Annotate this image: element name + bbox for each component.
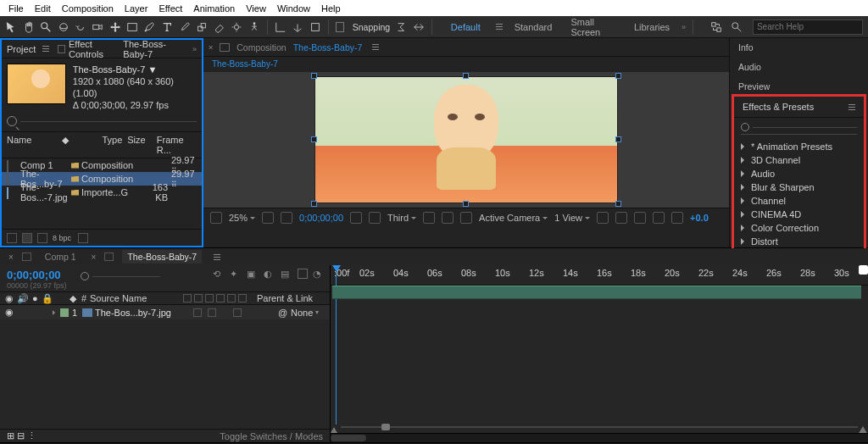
- rect-tool-icon[interactable]: [126, 19, 138, 35]
- viewer[interactable]: [203, 72, 729, 208]
- zoom-out-icon[interactable]: [331, 424, 337, 433]
- tab-project[interactable]: Project: [7, 44, 49, 54]
- motion-blur-icon[interactable]: ◐: [264, 269, 275, 280]
- parent-link-header[interactable]: Parent & Link: [257, 293, 313, 303]
- pixel-aspect-icon[interactable]: [597, 212, 609, 224]
- menu-help[interactable]: Help: [316, 2, 346, 15]
- pan-behind-tool-icon[interactable]: [109, 19, 121, 35]
- col-name[interactable]: Name: [7, 135, 62, 155]
- layer-switches[interactable]: [193, 308, 273, 317]
- zoom-slider[interactable]: [331, 424, 868, 430]
- effects-category[interactable]: Blur & Sharpen: [734, 180, 864, 194]
- panel-audio[interactable]: Audio: [730, 58, 868, 77]
- effects-search-input[interactable]: [753, 127, 857, 128]
- playhead-icon[interactable]: [332, 265, 341, 276]
- time-ruler[interactable]: :00f 02s04s06s08s10s12s14s16s18s20s22s24…: [331, 265, 868, 286]
- panel-overflow-icon[interactable]: ×: [209, 43, 213, 52]
- col-framerate[interactable]: Frame R...: [157, 135, 197, 155]
- pen-tool-icon[interactable]: [144, 19, 156, 35]
- views-dropdown[interactable]: 1 View: [554, 213, 590, 223]
- show-snapshot-icon[interactable]: [369, 212, 381, 224]
- workspace-standard[interactable]: Standard: [508, 20, 559, 34]
- twirl-arrow-icon[interactable]: [53, 310, 58, 315]
- world-axis-icon[interactable]: [292, 19, 303, 35]
- track-area[interactable]: [331, 286, 868, 433]
- snapshot-icon[interactable]: [350, 212, 362, 224]
- audio-toggle-icon[interactable]: 🔊: [17, 293, 29, 304]
- label-col-icon[interactable]: ◆: [70, 293, 76, 304]
- menu-edit[interactable]: Edit: [30, 2, 56, 15]
- effects-category[interactable]: Audio: [734, 167, 864, 180]
- snapping-checkbox[interactable]: [336, 22, 344, 32]
- effects-category[interactable]: 3D Channel: [734, 153, 864, 167]
- menu-view[interactable]: View: [241, 2, 271, 15]
- project-search-input[interactable]: [20, 121, 197, 122]
- tab-composition[interactable]: Composition: [236, 42, 286, 53]
- switches-header[interactable]: [183, 294, 247, 302]
- asset-thumbnail[interactable]: [7, 64, 66, 104]
- close-tab-icon[interactable]: ×: [92, 253, 97, 262]
- current-time[interactable]: 0;00;00;00: [299, 213, 343, 223]
- effects-category[interactable]: * Animation Presets: [734, 140, 864, 153]
- comp-icon[interactable]: [104, 253, 114, 261]
- menu-layer[interactable]: Layer: [120, 2, 153, 15]
- panel-info[interactable]: Info: [730, 38, 868, 58]
- col-size[interactable]: Size: [122, 135, 157, 155]
- effects-presets-title[interactable]: Effects & Presets: [743, 102, 814, 112]
- workspace-overflow-icon[interactable]: »: [682, 23, 686, 31]
- orbit-tool-icon[interactable]: [57, 19, 69, 35]
- rotation-tool-icon[interactable]: [75, 19, 86, 35]
- tab-bossbaby[interactable]: The-Boss-Baby-7: [122, 250, 202, 264]
- asset-name[interactable]: The-Boss-Baby-7 ▼: [73, 64, 197, 75]
- horizontal-scrollbar[interactable]: [331, 433, 868, 442]
- res-full-icon[interactable]: [281, 212, 292, 224]
- magnification-dropdown[interactable]: 25%: [229, 213, 255, 223]
- flowchart-icon[interactable]: [653, 212, 665, 224]
- lock-toggle-icon[interactable]: 🔒: [42, 293, 53, 304]
- interpret-footage-icon[interactable]: [7, 233, 17, 243]
- sync-icon[interactable]: [709, 19, 724, 35]
- zoom-tool-icon[interactable]: [40, 19, 52, 35]
- graph-editor-icon[interactable]: ▤: [281, 269, 292, 280]
- puppet-tool-icon[interactable]: [248, 19, 259, 35]
- preview-frame[interactable]: [314, 76, 618, 203]
- roto-tool-icon[interactable]: [231, 19, 242, 35]
- video-toggle-icon[interactable]: ◉: [5, 293, 14, 304]
- transparency-grid-icon[interactable]: [442, 212, 453, 224]
- render-time-icon[interactable]: ◔: [313, 269, 325, 280]
- menu-animation[interactable]: Animation: [188, 2, 240, 15]
- reset-exposure-icon[interactable]: [671, 212, 683, 224]
- effects-category[interactable]: Channel: [734, 194, 864, 208]
- solo-toggle-icon[interactable]: ●: [32, 293, 38, 304]
- close-tab-icon[interactable]: ×: [8, 253, 14, 262]
- toggle-switches-button[interactable]: Toggle Switches / Modes: [220, 431, 323, 441]
- source-name-header[interactable]: Source Name: [90, 293, 183, 303]
- mask-icon[interactable]: [460, 212, 472, 224]
- selection-tool-icon[interactable]: [5, 19, 17, 35]
- workspace-libraries[interactable]: Libraries: [627, 20, 676, 34]
- panel-menu-icon[interactable]: [849, 104, 855, 110]
- search-icon[interactable]: [7, 116, 17, 126]
- grid-icon[interactable]: [210, 212, 222, 224]
- timeline-options-icon[interactable]: ⊞ ⊟ ⋮: [7, 430, 36, 441]
- res-half-icon[interactable]: [262, 212, 274, 224]
- new-comp-icon[interactable]: [37, 233, 47, 243]
- hand-tool-icon[interactable]: [22, 19, 34, 35]
- composition-name[interactable]: The-Boss-Baby-7: [293, 42, 363, 53]
- search-help-input[interactable]: [753, 19, 863, 35]
- timeline-search-input[interactable]: [92, 276, 160, 277]
- bpc-toggle[interactable]: 8 bpc: [53, 234, 71, 242]
- eraser-tool-icon[interactable]: [213, 19, 225, 35]
- draft3d-icon[interactable]: [298, 269, 308, 279]
- work-area-end-handle[interactable]: [859, 265, 868, 275]
- search-icon[interactable]: [741, 123, 749, 131]
- local-axis-icon[interactable]: [275, 19, 287, 35]
- exposure-value[interactable]: +0.0: [690, 213, 709, 223]
- parent-dropdown[interactable]: None: [291, 308, 313, 318]
- shy-icon[interactable]: ⟲: [213, 269, 225, 280]
- zoom-handle[interactable]: [381, 424, 390, 430]
- view-axis-icon[interactable]: [309, 19, 321, 35]
- timeline-icon[interactable]: [634, 212, 646, 224]
- menu-file[interactable]: File: [3, 2, 29, 15]
- layer-viewer-icon[interactable]: [220, 43, 230, 52]
